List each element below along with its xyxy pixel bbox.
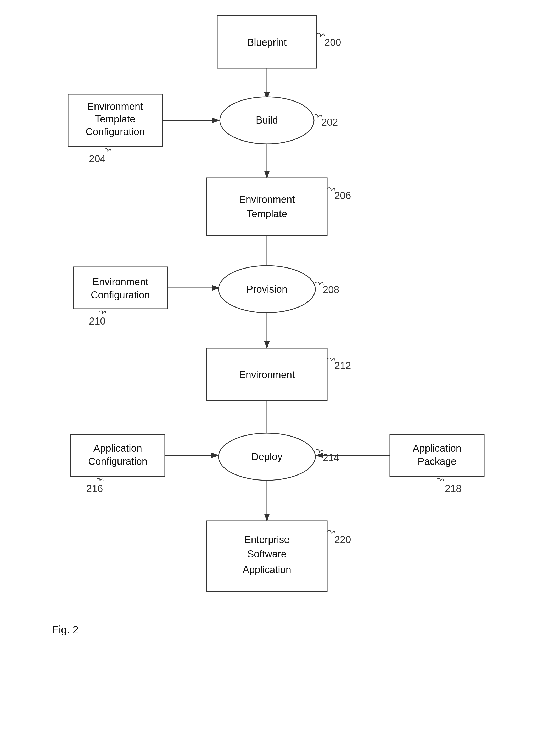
ref-200: 200 (324, 37, 341, 48)
environment-label: Environment (239, 369, 295, 380)
ref-212: 212 (335, 360, 351, 371)
env-config-label-2: Configuration (91, 290, 150, 300)
app-package-label-1: Application (413, 443, 461, 454)
ref-218: 218 (445, 483, 461, 494)
ref-220: 220 (335, 534, 351, 545)
env-template-label-2: Template (247, 208, 287, 219)
env-template-config-label-1: Environment (87, 101, 143, 112)
enterprise-app-label-2: Software (247, 549, 286, 559)
env-template-config-label-3: Configuration (85, 126, 145, 137)
ref-210: 210 (89, 316, 105, 326)
enterprise-app-label-1: Enterprise (244, 534, 289, 545)
env-config-label-1: Environment (93, 276, 148, 287)
env-template-box (207, 178, 327, 236)
build-label: Build (256, 115, 278, 126)
app-package-box (390, 434, 484, 476)
app-package-label-2: Package (418, 456, 456, 467)
ref-204: 204 (89, 153, 105, 164)
diagram-container: Blueprint 200 Build 202 Environment Temp… (0, 0, 560, 754)
env-template-label-1: Environment (239, 194, 295, 205)
ref-206: 206 (335, 190, 351, 201)
deploy-label: Deploy (252, 451, 282, 462)
app-config-label-1: Application (94, 443, 142, 454)
figure-label: Fig. 2 (52, 624, 79, 635)
blueprint-label: Blueprint (247, 37, 286, 48)
env-config-box (73, 267, 167, 309)
ref-202: 202 (321, 117, 338, 128)
enterprise-app-label-3: Application (243, 564, 291, 575)
env-template-config-label-2: Template (95, 114, 135, 124)
app-config-box (71, 434, 165, 476)
ref-208: 208 (323, 284, 339, 295)
provision-label: Provision (246, 284, 287, 295)
ref-216: 216 (86, 483, 103, 494)
ref-214: 214 (323, 452, 339, 463)
app-config-label-2: Configuration (88, 456, 147, 467)
